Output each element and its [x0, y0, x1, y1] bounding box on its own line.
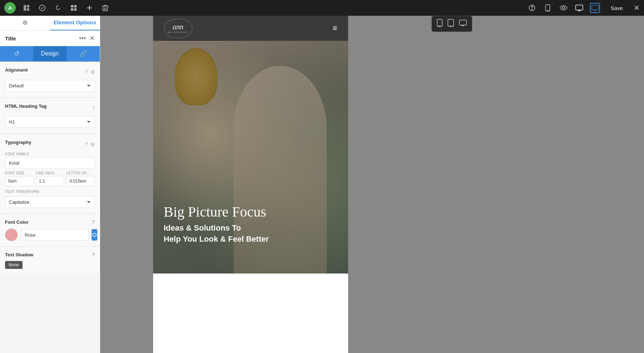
panel-header-tabs: ⚙ Element Options: [0, 16, 100, 31]
color-swatch[interactable]: [5, 228, 18, 241]
mobile-device-icon[interactable]: [437, 19, 443, 29]
color-picker-button[interactable]: [92, 229, 97, 241]
svg-point-11: [562, 7, 565, 9]
panel-title: Title: [5, 35, 16, 42]
alignment-help-icon[interactable]: ?: [85, 69, 88, 75]
svg-rect-1: [27, 5, 29, 8]
toolbar-right: Save ✕: [527, 3, 640, 13]
alignment-copy-icon[interactable]: ⊞: [91, 69, 95, 75]
html-heading-title: HTML Heading Tag: [5, 103, 47, 109]
panel-tab-settings[interactable]: ⚙: [0, 16, 50, 30]
font-size-group: FONT SIZE: [5, 171, 34, 186]
alignment-section: Alignment ? ⊞ Default Left Center Right: [0, 62, 100, 98]
font-family-label: FONT FAMILY: [5, 152, 95, 156]
alignment-title: Alignment: [5, 67, 28, 73]
svg-rect-4: [71, 5, 73, 8]
svg-rect-5: [74, 5, 77, 8]
typography-title: Typography: [5, 140, 31, 145]
desktop-device-icon[interactable]: [459, 20, 467, 28]
font-color-help-icon[interactable]: ?: [92, 219, 95, 225]
alignment-select[interactable]: Default Left Center Right: [5, 80, 95, 92]
history-icon[interactable]: [53, 3, 63, 13]
html-heading-section: HTML Heading Tag ? H1 H2 H3 H4 H5 H6: [0, 98, 100, 134]
text-shadow-none-button[interactable]: None: [5, 261, 23, 269]
svg-rect-15: [448, 19, 454, 26]
save-button[interactable]: Save: [606, 3, 628, 13]
save-state-icon[interactable]: [37, 3, 47, 13]
trash-icon[interactable]: [100, 3, 110, 13]
text-transform-select[interactable]: Capitalize None Uppercase Lowercase: [5, 196, 95, 208]
svg-rect-6: [71, 8, 73, 11]
html-heading-help-icon[interactable]: ?: [92, 105, 95, 111]
text-shadow-help-icon[interactable]: ?: [92, 252, 95, 257]
line-height-input[interactable]: [36, 176, 64, 186]
svg-rect-0: [24, 5, 26, 11]
tablet-device-icon[interactable]: [448, 19, 454, 29]
typography-copy-icon[interactable]: ⊞: [91, 141, 95, 147]
svg-rect-12: [576, 5, 583, 10]
toolbar-left: A: [4, 2, 110, 14]
app-logo[interactable]: A: [4, 2, 16, 14]
hero-script-title: Big Picture Focus: [164, 204, 337, 220]
panel-title-actions: ••• ✕: [79, 34, 95, 42]
color-picker-row: [5, 228, 95, 241]
logo-text: ann: [168, 23, 188, 31]
letter-spacing-input[interactable]: [66, 176, 95, 186]
main-layout: ⚙ Element Options Title ••• ✕ ↺ Design 🔗…: [0, 16, 644, 353]
mobile-preview-icon[interactable]: [543, 3, 553, 13]
desktop-icon[interactable]: [574, 3, 584, 13]
letter-spacing-group: LETTER SP...: [66, 171, 95, 186]
site-logo: ann MILLION MILES: [164, 19, 192, 38]
layout-icon[interactable]: [21, 3, 31, 13]
svg-rect-16: [459, 20, 467, 25]
font-size-input[interactable]: [5, 176, 34, 186]
device-popup: [431, 16, 472, 32]
tab-design[interactable]: Design: [33, 46, 67, 61]
panel-title-bar: Title ••• ✕: [0, 31, 100, 46]
close-button[interactable]: ✕: [634, 4, 640, 12]
text-shadow-section: Text Shadow ? None: [0, 247, 100, 274]
typography-section: Typography ? ⊞ FONT FAMILY FONT SIZE LIN…: [0, 134, 100, 214]
font-color-title: Font Color ?: [5, 219, 95, 225]
svg-point-9: [532, 9, 532, 10]
element-option-tabs: ↺ Design 🔗: [0, 46, 100, 62]
add-icon[interactable]: [84, 3, 94, 13]
menu-hamburger-icon[interactable]: ≡: [333, 24, 337, 33]
html-heading-select[interactable]: H1 H2 H3 H4 H5 H6: [5, 116, 95, 128]
tab-swap[interactable]: ↺: [0, 46, 33, 61]
left-panel: ⚙ Element Options Title ••• ✕ ↺ Design 🔗…: [0, 16, 100, 353]
svg-rect-2: [27, 8, 29, 11]
font-color-section: Font Color ?: [0, 214, 100, 247]
panel-tab-element-options[interactable]: Element Options: [50, 16, 100, 30]
line-height-label: LINE HEIG...: [36, 171, 64, 175]
typography-help-icon[interactable]: ?: [85, 141, 88, 147]
svg-rect-13: [592, 5, 598, 10]
svg-rect-14: [437, 19, 442, 26]
panel-close-icon[interactable]: ✕: [89, 34, 95, 42]
hero-section: Big Picture Focus Ideas & Solutions To H…: [153, 41, 348, 274]
website-preview: ann MILLION MILES ≡ Big Picture Focus: [153, 16, 348, 353]
help-icon[interactable]: [527, 3, 537, 13]
hero-subtitle: Ideas & Solutions To Help You Look & Fee…: [164, 223, 337, 245]
letter-spacing-label: LETTER SP...: [66, 171, 95, 175]
canvas-area: ann MILLION MILES ≡ Big Picture Focus: [100, 16, 644, 353]
text-shadow-title: Text Shadow ?: [5, 252, 95, 257]
line-height-group: LINE HEIG...: [36, 171, 64, 186]
panel-more-icon[interactable]: •••: [79, 35, 86, 42]
framed-desktop-icon[interactable]: [590, 3, 600, 13]
logo-subtitle: MILLION MILES: [168, 31, 188, 34]
hero-text-overlay: Big Picture Focus Ideas & Solutions To H…: [164, 204, 337, 245]
color-name-input[interactable]: [21, 229, 89, 241]
font-size-label: FONT SIZE: [5, 171, 34, 175]
font-family-input[interactable]: [5, 157, 95, 169]
site-nav: ann MILLION MILES ≡: [153, 16, 348, 41]
widgets-icon[interactable]: [69, 3, 79, 13]
tab-link[interactable]: 🔗: [67, 46, 100, 61]
eye-icon[interactable]: [558, 3, 569, 13]
svg-rect-7: [74, 8, 77, 11]
top-toolbar: A: [0, 0, 644, 16]
text-transform-label: TEXT TRANSFORM: [5, 190, 95, 194]
